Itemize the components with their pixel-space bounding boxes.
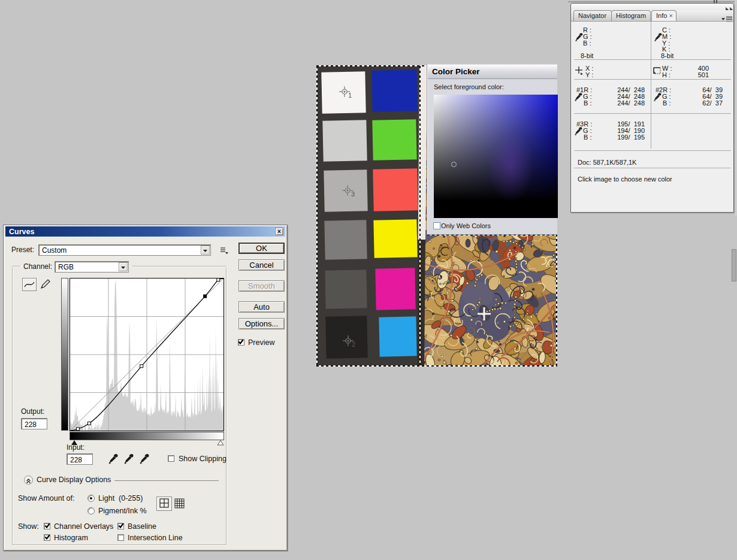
svg-text:3: 3 [351,190,355,198]
svg-text:2: 2 [352,341,355,348]
svg-text:1: 1 [348,92,352,99]
